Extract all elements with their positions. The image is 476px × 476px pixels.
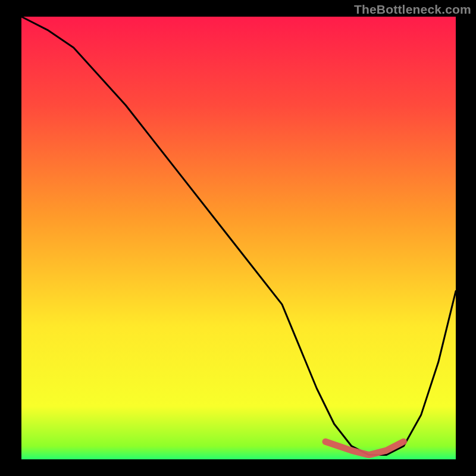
- frame-bottom: [0, 459, 476, 476]
- watermark-label: TheBottleneck.com: [354, 2, 471, 17]
- bottleneck-chart: [0, 0, 476, 476]
- frame-left: [0, 0, 21, 476]
- frame-right: [456, 0, 476, 476]
- chart-container: TheBottleneck.com: [0, 0, 476, 476]
- plot-background: [21, 17, 456, 459]
